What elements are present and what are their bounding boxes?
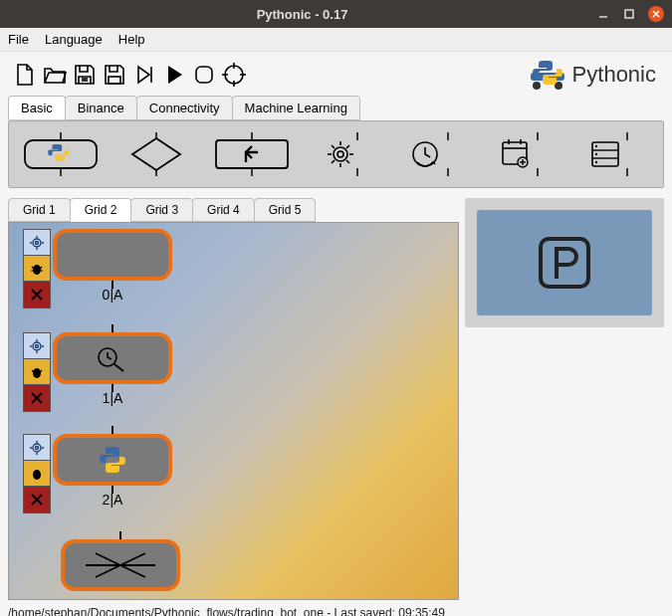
svg-point-58 (36, 241, 39, 244)
svg-point-15 (533, 82, 541, 90)
target-icon[interactable] (219, 60, 249, 90)
node-block-empty[interactable]: 0|A (53, 229, 172, 281)
svg-rect-24 (216, 140, 288, 168)
node-tool-column (23, 434, 51, 513)
node-block-python[interactable]: 2|A (53, 434, 172, 486)
preview-content[interactable] (477, 210, 652, 315)
node-block-cross[interactable] (61, 539, 180, 591)
svg-rect-6 (109, 77, 120, 84)
preview-panel (465, 198, 664, 327)
grid-tab-3[interactable]: Grid 3 (130, 198, 193, 222)
canvas[interactable]: 0|A 1|A (8, 222, 459, 600)
svg-point-84 (36, 446, 39, 449)
menu-file[interactable]: File (8, 32, 29, 47)
menu-help[interactable]: Help (118, 32, 145, 47)
palette (8, 120, 664, 188)
toolbar: Pythonic (0, 52, 672, 98)
node-tool-column (23, 229, 51, 308)
svg-line-82 (114, 364, 123, 371)
svg-rect-1 (625, 10, 633, 18)
grid-tab-1[interactable]: Grid 1 (8, 198, 71, 222)
svg-line-36 (332, 160, 335, 163)
palette-calendar-block[interactable] (492, 131, 563, 177)
svg-point-70 (33, 342, 41, 350)
stop-icon[interactable] (189, 60, 219, 90)
svg-line-34 (346, 160, 349, 163)
node-label: 0|A (103, 287, 123, 303)
logo-text: Pythonic (572, 62, 656, 88)
titlebar: Pythonic - 0.17 (0, 0, 672, 28)
svg-point-63 (33, 265, 41, 275)
minimize-button[interactable] (596, 7, 610, 21)
save-as-icon[interactable] (70, 60, 100, 90)
node-block-inspect[interactable]: 1|A (53, 332, 172, 384)
stop-p-icon (535, 233, 594, 293)
node-cross[interactable] (59, 539, 180, 591)
tab-connectivity[interactable]: Connectivity (136, 96, 233, 120)
delete-icon[interactable] (24, 282, 50, 308)
svg-rect-8 (196, 67, 212, 83)
bug-icon[interactable] (24, 256, 50, 282)
palette-decision-diamond[interactable] (120, 131, 192, 177)
status-bar: /home/stephan/Documents/Pythonic_flows/t… (0, 600, 672, 616)
tab-basic[interactable]: Basic (8, 96, 66, 120)
palette-python-block[interactable] (19, 131, 103, 177)
palette-process-gear[interactable] (312, 131, 383, 177)
node-label: 1|A (103, 390, 123, 406)
svg-point-27 (334, 147, 347, 161)
svg-point-57 (33, 239, 41, 247)
palette-return-block[interactable] (210, 131, 294, 177)
delete-icon[interactable] (24, 487, 50, 513)
bug-icon[interactable] (24, 461, 50, 487)
palette-stack-block[interactable] (581, 131, 653, 177)
svg-line-33 (332, 145, 335, 148)
node-label: 2|A (103, 492, 123, 508)
new-file-icon[interactable] (10, 60, 40, 90)
tab-binance[interactable]: Binance (65, 96, 137, 120)
python-logo-icon (529, 58, 566, 92)
menu-language[interactable]: Language (45, 32, 103, 47)
svg-point-76 (33, 368, 41, 378)
svg-line-35 (346, 145, 349, 148)
svg-point-71 (36, 344, 39, 347)
close-button[interactable] (648, 6, 664, 22)
category-tabs: Basic Binance Connectivity Machine Learn… (0, 96, 672, 120)
step-icon[interactable] (129, 60, 159, 90)
node-2a[interactable]: 2|A (23, 434, 172, 513)
grid-tab-4[interactable]: Grid 4 (192, 198, 255, 222)
status-text: /home/stephan/Documents/Pythonic_flows/t… (8, 606, 445, 616)
svg-point-28 (337, 151, 343, 157)
gear-icon[interactable] (24, 333, 50, 359)
python-icon (98, 445, 127, 475)
svg-point-55 (595, 153, 597, 155)
menubar: File Language Help (0, 28, 672, 52)
logo: Pythonic (529, 58, 662, 92)
maximize-button[interactable] (622, 7, 636, 21)
svg-point-89 (33, 470, 41, 480)
node-tool-column (23, 332, 51, 412)
window-title: Pythonic - 0.17 (8, 7, 596, 22)
grid-tabs: Grid 1 Grid 2 Grid 3 Grid 4 Grid 5 (8, 198, 459, 222)
play-icon[interactable] (159, 60, 189, 90)
gear-icon[interactable] (24, 435, 50, 461)
svg-point-56 (595, 161, 597, 163)
palette-scheduler-clock[interactable] (401, 131, 473, 177)
node-1a[interactable]: 1|A (23, 332, 172, 412)
svg-point-83 (33, 444, 41, 452)
node-0a[interactable]: 0|A (23, 229, 172, 308)
svg-point-54 (595, 145, 597, 147)
grid-tab-5[interactable]: Grid 5 (254, 198, 317, 222)
grid-tab-2[interactable]: Grid 2 (70, 198, 132, 222)
open-folder-icon[interactable] (40, 60, 70, 90)
tab-machine-learning[interactable]: Machine Learning (232, 96, 360, 120)
delete-icon[interactable] (24, 385, 50, 411)
inspect-icon (94, 343, 131, 373)
gear-icon[interactable] (24, 230, 50, 256)
cross-icon (76, 545, 165, 585)
bug-icon[interactable] (24, 359, 50, 385)
save-icon[interactable] (100, 60, 129, 90)
